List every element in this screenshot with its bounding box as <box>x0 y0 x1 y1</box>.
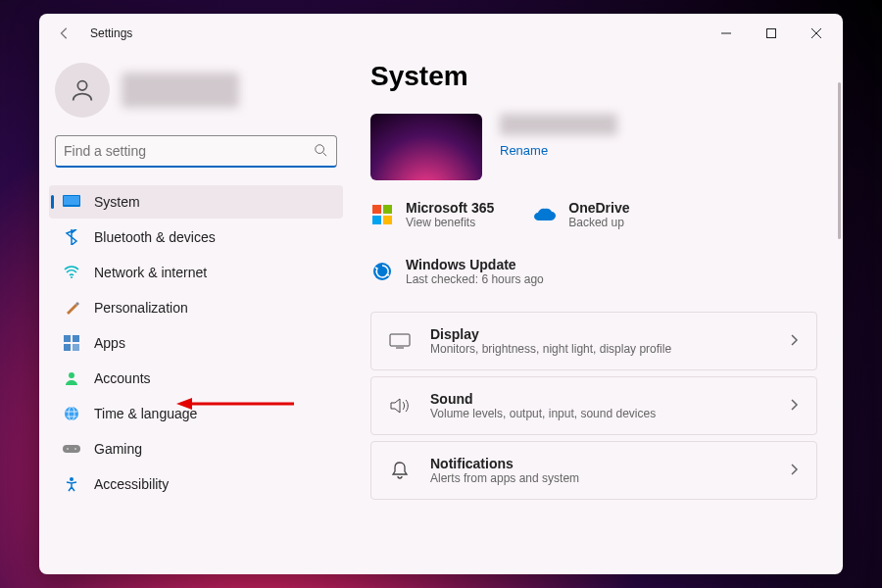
svg-rect-23 <box>372 216 381 224</box>
microsoft-logo-icon <box>370 203 394 226</box>
device-row: Rename <box>370 114 817 180</box>
gamepad-icon <box>63 440 80 458</box>
card-title: Notifications <box>430 456 579 471</box>
card-title: Sound <box>430 391 656 407</box>
tile-onedrive[interactable]: OneDrive Backed up <box>533 200 629 229</box>
svg-rect-22 <box>383 205 392 214</box>
brush-icon <box>63 299 80 317</box>
person-icon <box>63 369 80 387</box>
maximize-button[interactable] <box>749 14 794 53</box>
sidebar-item-label: Network & internet <box>94 265 207 280</box>
card-display[interactable]: Display Monitors, brightness, night ligh… <box>370 312 817 370</box>
tile-subtitle: Last checked: 6 hours ago <box>406 272 544 286</box>
sidebar-item-label: System <box>94 194 140 210</box>
svg-rect-17 <box>63 445 80 453</box>
svg-point-14 <box>69 372 74 378</box>
svg-point-9 <box>71 276 73 278</box>
bluetooth-icon <box>63 228 80 246</box>
card-sound[interactable]: Sound Volume levels, output, input, soun… <box>370 376 817 435</box>
card-title: Display <box>430 326 671 342</box>
tile-title: Windows Update <box>406 257 544 272</box>
card-notifications[interactable]: Notifications Alerts from apps and syste… <box>370 441 817 500</box>
svg-rect-11 <box>73 335 79 342</box>
close-button[interactable] <box>794 14 839 53</box>
tile-title: Microsoft 365 <box>406 200 494 216</box>
sidebar: System Bluetooth & devices Network & int… <box>39 53 353 574</box>
apps-icon <box>63 334 80 352</box>
svg-rect-21 <box>372 205 381 214</box>
sidebar-item-apps[interactable]: Apps <box>49 326 343 360</box>
system-icon <box>63 193 80 211</box>
scrollbar[interactable] <box>838 82 841 239</box>
profile-block[interactable] <box>49 53 343 135</box>
update-icon <box>370 260 394 283</box>
settings-cards: Display Monitors, brightness, night ligh… <box>370 312 817 500</box>
nav-list: System Bluetooth & devices Network & int… <box>49 185 343 501</box>
card-subtitle: Volume levels, output, input, sound devi… <box>430 407 656 420</box>
back-button[interactable] <box>55 24 74 43</box>
svg-rect-1 <box>767 29 776 38</box>
desktop-thumbnail[interactable] <box>370 114 482 180</box>
globe-icon <box>63 405 80 422</box>
search-input[interactable] <box>55 135 337 168</box>
svg-rect-13 <box>73 344 79 351</box>
display-icon <box>389 330 411 352</box>
chevron-right-icon <box>791 397 799 415</box>
accessibility-icon <box>63 475 80 493</box>
wifi-icon <box>63 264 80 281</box>
tile-subtitle: View benefits <box>406 216 494 229</box>
svg-point-15 <box>65 407 78 420</box>
sidebar-item-label: Apps <box>94 335 125 351</box>
profile-name-blurred <box>122 73 239 108</box>
chevron-right-icon <box>791 462 799 479</box>
device-name-blurred <box>500 114 617 135</box>
svg-line-6 <box>323 153 327 157</box>
sidebar-item-gaming[interactable]: Gaming <box>49 432 343 466</box>
cloud-icon <box>533 203 557 226</box>
svg-rect-10 <box>64 335 71 342</box>
sidebar-item-network[interactable]: Network & internet <box>49 256 343 289</box>
tile-title: OneDrive <box>568 200 629 216</box>
settings-window: Settings Syste <box>39 14 843 574</box>
sidebar-item-label: Accounts <box>94 370 151 386</box>
sidebar-item-label: Accessibility <box>94 476 169 492</box>
search-icon <box>314 143 327 161</box>
main-content: System Rename Microsoft 365 View benefit… <box>353 53 843 574</box>
svg-rect-24 <box>383 216 392 224</box>
svg-point-18 <box>67 448 69 450</box>
status-tiles: Microsoft 365 View benefits OneDrive Bac… <box>370 200 817 286</box>
sidebar-item-label: Bluetooth & devices <box>94 229 216 245</box>
avatar <box>55 63 110 118</box>
chevron-right-icon <box>791 332 799 350</box>
window-title: Settings <box>90 26 132 40</box>
sidebar-item-bluetooth[interactable]: Bluetooth & devices <box>49 220 343 254</box>
svg-rect-26 <box>390 334 410 346</box>
sidebar-item-accounts[interactable]: Accounts <box>49 362 343 395</box>
svg-point-19 <box>74 448 76 450</box>
svg-point-20 <box>70 477 74 481</box>
bell-icon <box>389 460 411 481</box>
svg-rect-8 <box>64 196 79 205</box>
svg-rect-12 <box>64 344 71 351</box>
tile-windows-update[interactable]: Windows Update Last checked: 6 hours ago <box>370 257 544 286</box>
sidebar-item-time[interactable]: Time & language <box>49 397 343 430</box>
sidebar-item-label: Time & language <box>94 406 197 421</box>
minimize-button[interactable] <box>704 14 749 53</box>
sidebar-item-personalization[interactable]: Personalization <box>49 291 343 324</box>
sidebar-item-system[interactable]: System <box>49 185 343 219</box>
titlebar: Settings <box>39 14 843 53</box>
sound-icon <box>389 395 411 416</box>
card-subtitle: Monitors, brightness, night light, displ… <box>430 342 671 356</box>
svg-point-4 <box>77 81 86 90</box>
tile-microsoft365[interactable]: Microsoft 365 View benefits <box>370 200 494 229</box>
tile-subtitle: Backed up <box>568 216 629 229</box>
sidebar-item-label: Personalization <box>94 300 188 316</box>
search-box[interactable] <box>55 135 337 168</box>
page-title: System <box>370 61 817 92</box>
rename-link[interactable]: Rename <box>500 143 617 158</box>
sidebar-item-label: Gaming <box>94 441 142 457</box>
svg-point-5 <box>316 145 324 154</box>
card-subtitle: Alerts from apps and system <box>430 471 579 485</box>
sidebar-item-accessibility[interactable]: Accessibility <box>49 467 343 501</box>
